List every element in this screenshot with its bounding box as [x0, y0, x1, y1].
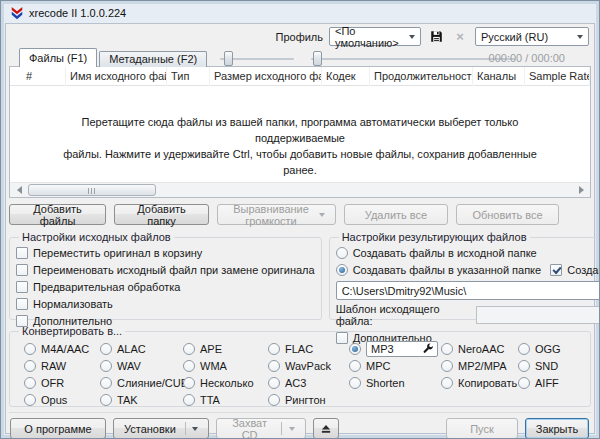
- radio-icon: [100, 394, 112, 406]
- chevron-down-icon: [289, 427, 295, 434]
- add-files-button[interactable]: Добавить файлы: [9, 204, 106, 225]
- tab-metadata[interactable]: Метаданные (F2): [99, 51, 207, 67]
- radio-icon: [441, 377, 453, 389]
- column-header-3[interactable]: Тип: [167, 67, 210, 86]
- profile-select[interactable]: <По умолчанию>: [329, 27, 421, 46]
- save-icon: [430, 30, 443, 43]
- format-option-snd[interactable]: SND: [518, 360, 584, 372]
- source-option-3[interactable]: Предварительная обработка: [16, 279, 315, 295]
- volume-slider-thumb[interactable]: [224, 51, 233, 66]
- template-label: Шаблон исходящего файла:: [336, 303, 472, 327]
- table-body[interactable]: Перетащите сюда файлы из вашей папки, пр…: [10, 87, 590, 182]
- radio-icon: [336, 247, 348, 259]
- format-option-neroaac[interactable]: NeroAAC: [441, 343, 518, 355]
- format-option-mp2-mpa[interactable]: MP2/MPA: [441, 360, 518, 372]
- format-option-копировать[interactable]: Копировать: [441, 377, 518, 389]
- format-option-m4a-aac[interactable]: M4A/AAC: [24, 343, 100, 355]
- output-path-value: C:\Users\Dmitry92\Music\: [342, 285, 467, 297]
- radio-icon: [349, 377, 361, 389]
- horizontal-scrollbar[interactable]: [10, 182, 590, 197]
- format-option-aiff[interactable]: AIFF: [518, 377, 584, 389]
- chevron-down-icon: [319, 213, 325, 220]
- format-option-opus[interactable]: Opus: [24, 394, 100, 406]
- template-input[interactable]: [476, 306, 600, 324]
- radio-icon: [441, 343, 453, 355]
- format-option-ofr[interactable]: OFR: [24, 377, 100, 389]
- format-grid: M4A/AACALACAPEFLACMP3NeroAACOGGRAWWAVWMA…: [16, 338, 584, 408]
- output-path-select[interactable]: C:\Users\Dmitry92\Music\: [336, 281, 600, 300]
- output-settings-group: Настройки результирующих файлов Создават…: [329, 231, 600, 320]
- format-option-wavpack[interactable]: WavPack: [268, 360, 349, 372]
- save-profile-button[interactable]: [427, 28, 445, 46]
- format-option-wav[interactable]: WAV: [100, 360, 183, 372]
- source-option-2[interactable]: Переименовать исходный файл при замене о…: [16, 262, 315, 278]
- format-option-wma[interactable]: WMA: [183, 360, 268, 372]
- presets-button[interactable]: Установки: [113, 418, 209, 439]
- radio-create-in-custom-folder[interactable]: Создавать файлы в указанной папке: [336, 262, 542, 278]
- scroll-right-button[interactable]: [574, 183, 590, 197]
- format-option-shorten[interactable]: Shorten: [349, 377, 441, 389]
- title-bar[interactable]: xrecode II 1.0.0.224: [1, 1, 599, 23]
- template-row: Шаблон исходящего файла: Настройки: [336, 303, 600, 327]
- radio-icon: [268, 377, 280, 389]
- column-header-2[interactable]: Имя исходного файла: [66, 67, 167, 86]
- format-option-flac[interactable]: FLAC: [268, 343, 349, 355]
- source-option-1[interactable]: Переместить оригинал в корзину: [16, 245, 315, 261]
- profile-label: Профиль: [276, 31, 324, 43]
- checkbox-icon: [16, 281, 28, 293]
- checkbox-icon: [16, 315, 28, 327]
- radio-icon: [349, 360, 361, 372]
- top-row: Профиль <По умолчанию>: [9, 24, 591, 48]
- radio-create-in-source-folder[interactable]: Создавать файлы в исходной папке: [336, 245, 600, 261]
- format-option-tak[interactable]: TAK: [100, 394, 183, 406]
- format-option-mpc[interactable]: MPC: [349, 360, 441, 372]
- format-option-ogg[interactable]: OGG: [518, 343, 584, 355]
- source-option-4[interactable]: Нормализовать: [16, 296, 315, 312]
- format-option-mp3[interactable]: MP3: [349, 341, 441, 357]
- radio-icon: [24, 377, 36, 389]
- window-title: xrecode II 1.0.0.224: [29, 7, 126, 19]
- scrollbar-thumb[interactable]: [28, 184, 156, 196]
- volume-slider[interactable]: [220, 51, 294, 67]
- time-display: 000:00 / 000:00: [489, 52, 565, 64]
- column-header-5[interactable]: Кодек: [322, 67, 370, 86]
- tab-files[interactable]: Файлы (F1): [19, 48, 97, 67]
- column-header-7[interactable]: Каналы: [473, 67, 525, 86]
- add-folder-button[interactable]: Добавить папку: [114, 204, 209, 225]
- scroll-left-button[interactable]: [10, 183, 26, 197]
- checkbox-icon: [16, 247, 28, 259]
- selected-format-box[interactable]: MP3: [366, 341, 438, 357]
- checkbox-icon: [336, 332, 348, 344]
- format-option-рингтон[interactable]: Рингтон: [268, 394, 349, 406]
- language-select[interactable]: Русский (RU): [475, 27, 589, 46]
- file-actions-row: Добавить файлы Добавить папку Выравниван…: [9, 204, 591, 225]
- eject-button[interactable]: [313, 418, 339, 439]
- radio-icon: [183, 394, 195, 406]
- seek-slider-track: [311, 58, 515, 60]
- eject-icon: [320, 423, 332, 435]
- wrench-icon: [423, 343, 434, 354]
- format-option-alac[interactable]: ALAC: [100, 343, 183, 355]
- seek-slider-thumb[interactable]: [313, 51, 322, 66]
- column-header-6[interactable]: Продолжительность: [370, 67, 473, 86]
- column-header-1[interactable]: #: [10, 67, 66, 86]
- radio-icon: [100, 377, 112, 389]
- format-option-ac3[interactable]: AC3: [268, 377, 349, 389]
- format-option-слияние-cue[interactable]: Слияние/CUE: [100, 377, 183, 389]
- format-option-несколько[interactable]: Несколько: [183, 377, 268, 389]
- drop-hint-text: Перетащите сюда файлы из вашей папки, пр…: [45, 115, 555, 179]
- column-header-8[interactable]: Sample Rate: [525, 67, 590, 86]
- about-button[interactable]: О программе: [10, 418, 106, 439]
- chevron-down-icon: [192, 427, 198, 434]
- close-button[interactable]: Закрыть: [525, 418, 589, 439]
- delete-profile-button[interactable]: ×: [451, 28, 469, 46]
- column-header-4[interactable]: Размер исходного файла: [210, 67, 322, 86]
- format-option-ape[interactable]: APE: [183, 343, 268, 355]
- format-option-raw[interactable]: RAW: [24, 360, 100, 372]
- radio-icon: [183, 377, 195, 389]
- format-option-tta[interactable]: TTA: [183, 394, 268, 406]
- radio-icon: [100, 360, 112, 372]
- checkbox-full-output-path[interactable]: Создавать полный исходящий путь: [550, 262, 600, 278]
- radio-icon: [100, 343, 112, 355]
- seek-slider[interactable]: [311, 51, 515, 67]
